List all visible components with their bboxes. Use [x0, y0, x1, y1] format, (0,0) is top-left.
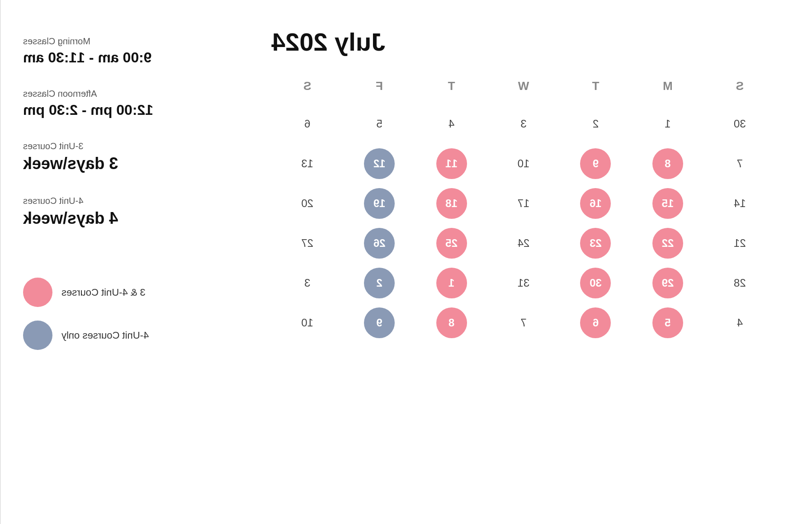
day-cell: 13	[271, 146, 343, 182]
day-header: M	[632, 75, 703, 102]
afternoon-time: 12:00 pm - 2:30 pm	[23, 102, 212, 118]
day-cell: 27	[271, 225, 343, 261]
day-number: 30	[734, 118, 746, 130]
day-header: S	[704, 75, 776, 102]
day-circle-pink: 22	[652, 228, 683, 259]
day-circle-gray: 19	[364, 188, 395, 219]
unit3-label: 3-Unit Courses	[23, 141, 212, 151]
day-number: 3	[520, 118, 526, 130]
legend-pink-item: 3 & 4-Unit Courses	[23, 278, 212, 307]
day-cell: 12	[343, 146, 415, 182]
day-cell: 5	[343, 106, 415, 142]
day-number: 20	[301, 197, 313, 210]
day-header: S	[271, 75, 343, 102]
day-cell: 28	[704, 265, 776, 301]
day-cell: 14	[704, 185, 776, 222]
day-circle-pink: 25	[436, 228, 467, 259]
unit3-days: 3 days\week	[23, 154, 212, 173]
day-header: T	[560, 75, 632, 102]
day-number: 4	[448, 118, 454, 130]
calendar-grid: SMTWTFS301234567891011121314151617181920…	[271, 75, 776, 341]
day-cell: 5	[632, 305, 703, 341]
day-cell: 2	[560, 106, 632, 142]
day-number: 1	[665, 118, 670, 130]
day-circle-pink: 6	[580, 307, 611, 338]
day-cell: 1	[415, 265, 487, 301]
day-cell: 2	[343, 265, 415, 301]
unit4-label: 4-Unit Courses	[23, 196, 212, 206]
day-circle-gray: 12	[364, 148, 395, 179]
day-circle-pink: 23	[580, 228, 611, 259]
day-number: 10	[301, 316, 313, 329]
day-circle-pink: 5	[652, 307, 683, 338]
day-cell: 6	[560, 305, 632, 341]
day-header: F	[343, 75, 415, 102]
day-cell: 23	[560, 225, 632, 261]
day-circle-pink: 1	[436, 268, 467, 298]
day-cell: 22	[632, 225, 703, 261]
day-number: 7	[520, 316, 526, 329]
day-number: 13	[301, 157, 313, 170]
left-panel: Morning Classes 9:00 am - 11:30 am After…	[0, 0, 235, 524]
day-cell: 26	[343, 225, 415, 261]
day-cell: 4	[704, 305, 776, 341]
calendar-title: July 2024	[271, 27, 776, 57]
day-number: 6	[304, 118, 310, 130]
day-circle-pink: 11	[436, 148, 467, 179]
day-cell: 20	[271, 185, 343, 222]
day-cell: 21	[704, 225, 776, 261]
day-circle-pink: 18	[436, 188, 467, 219]
legend-gray-item: 4-Unit Courses only	[23, 321, 212, 350]
day-cell: 6	[271, 106, 343, 142]
day-cell: 9	[560, 146, 632, 182]
day-number: 21	[734, 237, 746, 250]
day-number: 27	[301, 237, 313, 250]
day-number: 2	[593, 118, 599, 130]
day-circle-pink: 16	[580, 188, 611, 219]
day-cell: 15	[632, 185, 703, 222]
day-number: 28	[734, 277, 746, 289]
day-number: 14	[734, 197, 746, 210]
morning-time: 9:00 am - 11:30 am	[23, 49, 212, 66]
day-number: 10	[518, 157, 530, 170]
day-number: 3	[304, 277, 310, 289]
day-circle-pink: 9	[580, 148, 611, 179]
day-circle-gray: 2	[364, 268, 395, 298]
day-cell: 31	[487, 265, 559, 301]
day-cell: 18	[415, 185, 487, 222]
legend-pink-circle	[23, 278, 52, 307]
day-cell: 29	[632, 265, 703, 301]
morning-section: Morning Classes 9:00 am - 11:30 am	[23, 36, 212, 66]
day-header: W	[487, 75, 559, 102]
day-cell: 8	[415, 305, 487, 341]
right-panel: July 2024 SMTWTFS30123456789101112131415…	[235, 0, 812, 524]
day-number: 31	[518, 277, 530, 289]
legend-pink-label: 3 & 4-Unit Courses	[61, 287, 146, 298]
day-cell: 25	[415, 225, 487, 261]
day-cell: 17	[487, 185, 559, 222]
legend-gray-label: 4-Unit Courses only	[61, 330, 149, 341]
day-circle-pink: 29	[652, 268, 683, 298]
day-cell: 30	[704, 106, 776, 142]
day-number: 7	[737, 157, 743, 170]
day-circle-pink: 8	[652, 148, 683, 179]
day-circle-pink: 30	[580, 268, 611, 298]
day-cell: 7	[704, 146, 776, 182]
day-cell: 10	[271, 305, 343, 341]
day-circle-gray: 26	[364, 228, 395, 259]
day-cell: 30	[560, 265, 632, 301]
legend: 3 & 4-Unit Courses 4-Unit Courses only	[23, 278, 212, 363]
day-cell: 9	[343, 305, 415, 341]
legend-gray-circle	[23, 321, 52, 350]
day-cell: 8	[632, 146, 703, 182]
day-cell: 1	[632, 106, 703, 142]
day-cell: 7	[487, 305, 559, 341]
day-cell: 16	[560, 185, 632, 222]
afternoon-label: Afternoon Classes	[23, 89, 212, 99]
day-cell: 24	[487, 225, 559, 261]
day-number: 4	[737, 316, 743, 329]
day-cell: 19	[343, 185, 415, 222]
day-cell: 4	[415, 106, 487, 142]
day-number: 17	[518, 197, 530, 210]
day-header: T	[415, 75, 487, 102]
